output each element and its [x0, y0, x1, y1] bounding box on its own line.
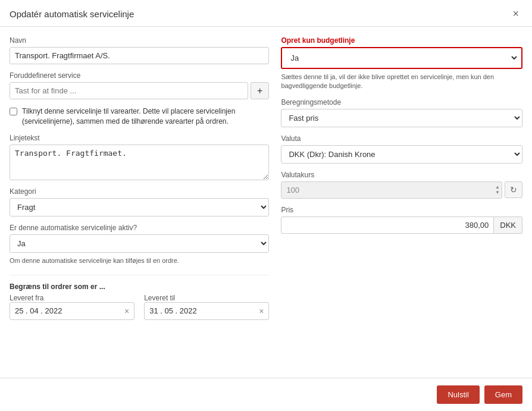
- linjetekst-label: Linjetekst: [10, 134, 269, 142]
- tilknyt-label: Tilknyt denne servicelinje til varearter…: [22, 106, 269, 127]
- modal-body: Navn Foruddefineret service + Tilknyt de…: [0, 27, 532, 378]
- opret-highlight-wrapper: Ja Nej: [281, 47, 522, 69]
- valutakurs-refresh-button[interactable]: ↻: [505, 181, 522, 198]
- er-aktiv-select[interactable]: Ja Nej: [10, 234, 269, 253]
- foruddefineret-field-group: Foruddefineret service +: [10, 71, 269, 99]
- pris-field-group: Pris DKK: [281, 206, 522, 234]
- opret-field-group: Opret kun budgetlinje Ja Nej Sættes denn…: [281, 36, 522, 91]
- valutakurs-spin-down[interactable]: ▼: [495, 190, 500, 195]
- beregningsmetode-select[interactable]: Fast pris Beregnet: [281, 109, 522, 127]
- pris-label: Pris: [281, 206, 522, 214]
- valutakurs-label: Valutakurs: [281, 171, 522, 179]
- modal-title: Opdatér automatisk servicelinje: [10, 9, 134, 19]
- kategori-label: Kategori: [10, 187, 269, 196]
- valutakurs-input-wrap: ▲ ▼: [281, 181, 502, 199]
- pris-row: DKK: [281, 217, 522, 234]
- valutakurs-input[interactable]: [281, 181, 502, 199]
- valuta-label: Valuta: [281, 134, 522, 143]
- date-row: Leveret fra × Leveret til ×: [10, 293, 269, 320]
- valuta-select[interactable]: DKK (Dkr): Danish Krone EUR (€): Euro US…: [281, 145, 522, 164]
- opret-select[interactable]: Ja Nej: [284, 51, 519, 65]
- er-aktiv-field-group: Er denne automatiske servicelinje aktiv?…: [10, 224, 269, 265]
- modal-container: Opdatér automatisk servicelinje × Navn F…: [0, 0, 532, 411]
- opret-label: Opret kun budgetlinje: [281, 36, 522, 45]
- valutakurs-row: ▲ ▼ ↻: [281, 181, 522, 199]
- valuta-field-group: Valuta DKK (Dkr): Danish Krone EUR (€): …: [281, 134, 522, 164]
- begraens-section: Begræns til ordrer som er ... Leveret fr…: [10, 272, 269, 320]
- navn-field-group: Navn: [10, 36, 269, 64]
- er-aktiv-label: Er denne automatiske servicelinje aktiv?: [10, 224, 269, 232]
- nulstil-button[interactable]: Nulstil: [437, 385, 479, 404]
- leveret-fra-clear-button[interactable]: ×: [120, 303, 134, 319]
- linjetekst-field-group: Linjetekst Transport. Fragtfirmaet.: [10, 134, 269, 180]
- leveret-til-input[interactable]: [145, 303, 254, 319]
- leveret-til-field: Leveret til ×: [144, 293, 269, 320]
- valutakurs-field-group: Valutakurs ▲ ▼ ↻: [281, 171, 522, 199]
- gem-button[interactable]: Gem: [484, 385, 522, 404]
- right-column: Opret kun budgetlinje Ja Nej Sættes denn…: [281, 36, 522, 320]
- close-button[interactable]: ×: [509, 7, 522, 20]
- foruddefineret-input[interactable]: [10, 82, 248, 99]
- kategori-select[interactable]: Fragt Service Andet: [10, 198, 269, 217]
- opret-info: Sættes denne til ja, vil der ikke blive …: [281, 73, 522, 91]
- tilknyt-checkbox-row: Tilknyt denne servicelinje til varearter…: [10, 106, 269, 127]
- linjetekst-input[interactable]: Transport. Fragtfirmaet.: [10, 145, 269, 180]
- tilknyt-checkbox[interactable]: [10, 108, 17, 115]
- navn-label: Navn: [10, 36, 269, 45]
- leveret-fra-input-wrap: ×: [10, 302, 134, 320]
- kategori-field-group: Kategori Fragt Service Andet: [10, 187, 269, 217]
- valutakurs-spin-buttons: ▲ ▼: [495, 185, 500, 195]
- navn-input[interactable]: [10, 47, 269, 64]
- foruddefineret-label: Foruddefineret service: [10, 71, 269, 80]
- begraens-title: Begræns til ordrer som er ...: [10, 283, 269, 291]
- modal-footer: Nulstil Gem: [0, 378, 532, 411]
- beregningsmetode-label: Beregningsmetode: [281, 98, 522, 106]
- divider: [10, 275, 269, 275]
- pris-input[interactable]: [281, 217, 494, 234]
- pris-currency: DKK: [494, 217, 522, 234]
- leveret-til-clear-button[interactable]: ×: [254, 303, 268, 319]
- leveret-fra-input[interactable]: [10, 303, 120, 319]
- valutakurs-spin-up[interactable]: ▲: [495, 185, 500, 190]
- foruddefineret-add-button[interactable]: +: [251, 82, 269, 99]
- leveret-til-input-wrap: ×: [144, 302, 269, 320]
- leveret-til-label: Leveret til: [144, 294, 175, 302]
- er-aktiv-info: Om denne automatiske servicelinje kan ti…: [10, 256, 269, 265]
- modal-header: Opdatér automatisk servicelinje ×: [0, 0, 532, 27]
- left-column: Navn Foruddefineret service + Tilknyt de…: [10, 36, 269, 320]
- beregningsmetode-field-group: Beregningsmetode Fast pris Beregnet: [281, 98, 522, 127]
- leveret-fra-field: Leveret fra ×: [10, 293, 134, 320]
- foruddefineret-search-row: +: [10, 82, 269, 99]
- leveret-fra-label: Leveret fra: [10, 294, 43, 302]
